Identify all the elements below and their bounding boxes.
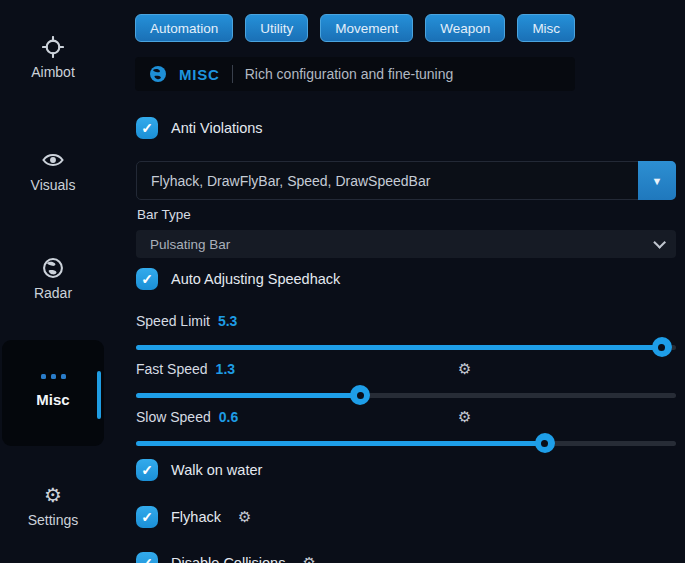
tab-movement[interactable]: Movement — [320, 14, 413, 42]
gear-icon[interactable]: ⚙ — [458, 360, 471, 378]
gear-icon[interactable]: ⚙ — [238, 508, 251, 526]
sidebar-item-label: Radar — [34, 285, 72, 301]
thumb-hole — [357, 392, 364, 399]
slider-fill — [136, 345, 662, 350]
globe-icon — [42, 257, 64, 279]
checkbox-row-auto-adjusting-speedhack[interactable]: ✓ Auto Adjusting Speedhack — [136, 267, 340, 291]
checkbox-checked[interactable]: ✓ — [136, 268, 158, 290]
globe-icon — [149, 65, 167, 83]
bar-type-select[interactable]: Pulsating Bar — [136, 230, 676, 258]
sidebar-item-label: Visuals — [31, 177, 76, 193]
slider-value: 5.3 — [218, 313, 237, 329]
dropdown-arrow-icon: ▼ — [652, 175, 663, 187]
section-header: MISC Rich configuration and fine-tuning — [135, 57, 575, 91]
sidebar-item-aimbot[interactable]: Aimbot — [0, 36, 106, 80]
checkbox-row-flyhack[interactable]: ✓ Flyhack ⚙ — [136, 505, 251, 529]
sidebar-item-label: Aimbot — [31, 64, 75, 80]
tab-automation[interactable]: Automation — [135, 14, 233, 42]
slider-slow-speed: Slow Speed 0.6 ⚙ — [136, 409, 676, 455]
checkbox-label: Anti Violations — [171, 120, 263, 136]
thumb-hole — [541, 440, 548, 447]
feature-multiselect[interactable]: Flyhack, DrawFlyBar, Speed, DrawSpeedBar… — [136, 161, 676, 200]
sidebar-item-label: Settings — [28, 512, 79, 528]
slider-speed-limit: Speed Limit 5.3 — [136, 313, 676, 359]
slider-fast-speed: Fast Speed 1.3 ⚙ — [136, 361, 676, 407]
slider-track[interactable] — [136, 393, 676, 398]
checkbox-row-walk-on-water[interactable]: ✓ Walk on water — [136, 458, 262, 482]
slider-thumb[interactable] — [535, 433, 555, 453]
eye-icon — [42, 149, 64, 171]
sidebar-item-settings[interactable]: ⚙ Settings — [0, 484, 106, 528]
gear-icon[interactable]: ⚙ — [302, 554, 315, 563]
slider-value: 0.6 — [219, 409, 238, 425]
sidebar-item-radar[interactable]: Radar — [0, 257, 106, 301]
sidebar-item-misc[interactable]: Misc — [2, 340, 104, 446]
tab-weapon[interactable]: Weapon — [425, 14, 505, 42]
slider-head: Slow Speed 0.6 — [136, 409, 676, 425]
sidebar-item-label: Misc — [36, 391, 69, 408]
slider-fill — [136, 393, 360, 398]
bar-type-label: Bar Type — [137, 207, 191, 222]
check-icon: ✓ — [141, 272, 153, 286]
gear-icon: ⚙ — [44, 484, 62, 506]
checkbox-label: Disable Collisions — [171, 555, 285, 563]
selection-accent-bar — [97, 371, 101, 419]
section-title: MISC — [179, 66, 220, 83]
checkbox-row-disable-collisions[interactable]: ✓ Disable Collisions ⚙ — [136, 551, 316, 563]
checkbox-label: Auto Adjusting Speedhack — [171, 271, 340, 287]
multiselect-dropdown-button[interactable]: ▼ — [638, 161, 676, 200]
multiselect-value: Flyhack, DrawFlyBar, Speed, DrawSpeedBar — [137, 173, 430, 189]
slider-track[interactable] — [136, 441, 676, 446]
checkbox-label: Walk on water — [171, 462, 262, 478]
bar-type-select-value: Pulsating Bar — [150, 237, 653, 252]
checkbox-checked[interactable]: ✓ — [136, 552, 158, 563]
check-icon: ✓ — [141, 121, 153, 135]
check-icon: ✓ — [141, 556, 153, 563]
slider-label: Slow Speed — [136, 409, 211, 425]
slider-label: Speed Limit — [136, 313, 210, 329]
sidebar-item-visuals[interactable]: Visuals — [0, 149, 106, 193]
crosshair-icon — [42, 36, 64, 58]
tab-misc[interactable]: Misc — [517, 14, 575, 42]
slider-thumb[interactable] — [652, 337, 672, 357]
checkbox-row-anti-violations[interactable]: ✓ Anti Violations — [136, 116, 263, 140]
slider-label: Fast Speed — [136, 361, 208, 377]
thumb-hole — [658, 344, 665, 351]
slider-head: Fast Speed 1.3 — [136, 361, 676, 377]
slider-head: Speed Limit 5.3 — [136, 313, 676, 329]
slider-fill — [136, 441, 545, 446]
tab-utility[interactable]: Utility — [245, 14, 308, 42]
slider-value: 1.3 — [216, 361, 235, 377]
check-icon: ✓ — [141, 463, 153, 477]
section-subtitle: Rich configuration and fine-tuning — [245, 66, 454, 82]
checkbox-checked[interactable]: ✓ — [136, 117, 158, 139]
ellipsis-icon — [41, 374, 66, 379]
check-icon: ✓ — [141, 510, 153, 524]
checkbox-label: Flyhack — [171, 509, 221, 525]
sidebar: Aimbot Visuals Radar Misc ⚙ Settings — [0, 0, 110, 563]
tab-bar: Automation Utility Movement Weapon Misc — [135, 14, 595, 42]
slider-thumb[interactable] — [350, 385, 370, 405]
checkbox-checked[interactable]: ✓ — [136, 506, 158, 528]
chevron-down-icon — [653, 236, 666, 249]
header-divider — [232, 65, 233, 83]
gear-icon[interactable]: ⚙ — [458, 408, 471, 426]
slider-track[interactable] — [136, 345, 676, 350]
checkbox-checked[interactable]: ✓ — [136, 459, 158, 481]
